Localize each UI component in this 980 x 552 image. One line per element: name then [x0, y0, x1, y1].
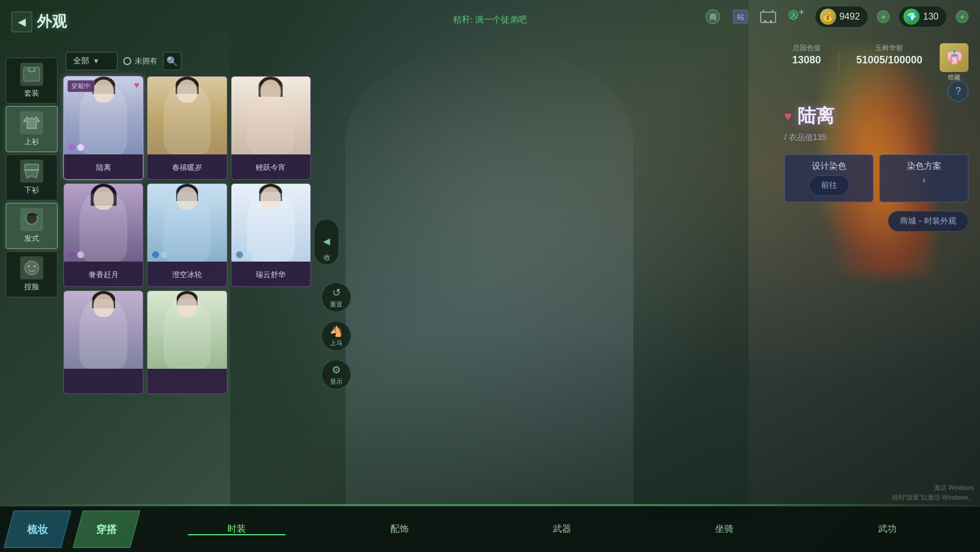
collection-button[interactable]: 👘 馆藏: [940, 43, 968, 82]
outfit-name-1: 春禧暖岁: [147, 154, 226, 180]
color-scheme-button[interactable]: 染色方案 ›: [879, 154, 968, 202]
outfit-img-2: [231, 77, 310, 154]
nav-weapons-label: 武器: [553, 523, 571, 535]
collection-label: 馆藏: [948, 73, 960, 82]
outfit-sub-value: 衣品值135: [789, 133, 826, 142]
filter-dropdown-label: 全部: [73, 56, 89, 66]
category-tab-bottom[interactable]: 下衫: [6, 154, 58, 201]
outfit-card-3[interactable]: 奢香赶月: [63, 183, 143, 287]
nav-accessories-label: 配饰: [390, 523, 409, 535]
shop-icon[interactable]: 商: [702, 6, 723, 27]
stats-area: 总国色值 13080 玉树华裾 51005/100000 👘 馆藏: [792, 43, 968, 82]
category-tab-suit[interactable]: 套装: [6, 58, 58, 104]
outfit-card-6[interactable]: [63, 290, 143, 394]
filter-dropdown[interactable]: 全部 ▼: [66, 52, 117, 70]
friend-add-icon[interactable]: 人+: [785, 6, 806, 27]
makeup-button[interactable]: 梳妆: [3, 509, 72, 550]
goto-button[interactable]: 前往: [809, 175, 849, 196]
portrait-figure-4: [164, 192, 211, 262]
back-arrow-icon: ◀: [12, 12, 32, 32]
shop-goto-button[interactable]: 商城－时装外观: [888, 211, 968, 232]
face-tab-label: 捏脸: [24, 282, 39, 292]
nav-item-fashion[interactable]: 时装: [155, 523, 318, 535]
mount-icon: 🐴: [330, 325, 343, 338]
svg-point-14: [28, 265, 30, 267]
outfit-name-5: 瑞云舒华: [231, 262, 310, 287]
filter-radio[interactable]: 未拥有: [123, 56, 157, 66]
color-dot-5b: [245, 251, 252, 258]
color-dot-3a: [69, 251, 75, 258]
points-icon[interactable]: 站: [730, 6, 751, 27]
outfit-card-5[interactable]: 瑞云舒华: [231, 183, 311, 287]
search-icon: 🔍: [166, 56, 178, 67]
help-button[interactable]: ?: [948, 81, 968, 101]
collapse-arrow-icon: ◀: [323, 236, 330, 247]
cart-icon[interactable]: [758, 6, 778, 27]
outfit-card-4[interactable]: 澄空冰轮: [147, 183, 227, 287]
outfit-card-0[interactable]: 穿戴中 ♥ 陆离: [63, 76, 143, 180]
controls-group: ↺ 重置 🐴 上马 ⚙ 显示: [321, 282, 351, 390]
mount-button[interactable]: 🐴 上马: [321, 321, 351, 351]
back-button[interactable]: ◀ 外观: [12, 12, 67, 32]
color-dots-0: [69, 144, 84, 151]
svg-rect-11: [25, 164, 39, 170]
color-dots-5: [236, 251, 252, 258]
svg-point-15: [33, 265, 36, 267]
radio-circle-icon: [123, 57, 131, 65]
svg-point-13: [25, 261, 39, 275]
suit-icon: [20, 63, 43, 86]
add-coins-button[interactable]: +: [877, 10, 890, 23]
outfit-name-4: 澄空冰轮: [147, 262, 226, 287]
bottom-left-actions: 梳妆 穿搭: [0, 509, 144, 550]
outfit-sub-info: / 衣品值135: [784, 133, 968, 143]
coin-icon: 💰: [820, 9, 836, 25]
outfit-img-1: [147, 77, 226, 154]
filter-radio-label: 未拥有: [135, 56, 157, 66]
outfit-card-2[interactable]: 鲤跃今宵: [231, 76, 311, 180]
page-title: 外观: [37, 12, 67, 32]
collapse-button[interactable]: ◀ 收: [314, 219, 339, 265]
category-tab-face[interactable]: 捏脸: [6, 251, 58, 297]
outfit-card-7[interactable]: [147, 290, 227, 394]
center-title: 秸秆: 滴一个徒弟吧: [453, 14, 527, 25]
nav-item-weapons[interactable]: 武器: [481, 523, 643, 535]
heart-icon: ♥: [784, 109, 792, 124]
color-dot-0a: [69, 144, 75, 151]
heart-badge-0: ♥: [134, 80, 140, 90]
nav-item-mount[interactable]: 坐骑: [643, 523, 806, 535]
nav-item-accessories[interactable]: 配饰: [318, 523, 480, 535]
category-tabs: 套装 上衫 下衫 发式 捏脸: [6, 58, 58, 297]
mount-text: 上马: [330, 339, 343, 347]
add-gems-button[interactable]: +: [956, 10, 968, 23]
portrait-figure-3: [79, 192, 127, 262]
reset-button[interactable]: ↺ 重置: [321, 282, 351, 312]
design-color-button[interactable]: 设计染色 前往: [784, 154, 873, 202]
category-tab-hair[interactable]: 发式: [6, 203, 58, 249]
nav-mount-label: 坐骑: [715, 523, 734, 535]
coins-display[interactable]: 💰 9492: [815, 6, 869, 28]
color-scheme-label: 染色方案: [907, 161, 941, 172]
gems-display[interactable]: 💎 130: [898, 6, 947, 28]
display-button[interactable]: ⚙ 显示: [321, 360, 351, 390]
search-button[interactable]: 🔍: [163, 52, 181, 70]
outfit-name-display: ♥ 陆离: [784, 104, 968, 129]
makeup-label: 梳妆: [9, 511, 66, 548]
gems-value: 130: [923, 12, 939, 22]
outfit-name-3: 奢香赶月: [64, 262, 143, 287]
nav-item-skills[interactable]: 武功: [806, 523, 968, 535]
outfit-img-4: [147, 184, 226, 262]
national-color-stat: 总国色值 13080: [792, 43, 821, 66]
wear-button[interactable]: 穿搭: [72, 509, 141, 550]
color-dot-0b: [77, 144, 84, 151]
category-tab-top[interactable]: 上衫: [6, 106, 58, 152]
outfit-name-7: [147, 369, 226, 394]
bottom-tab-label: 下衫: [24, 185, 39, 195]
outfit-card-1[interactable]: 春禧暖岁: [147, 76, 227, 180]
stat-value-2: 51005/100000: [856, 54, 922, 66]
reset-icon: ↺: [332, 286, 341, 299]
hair-icon: [20, 208, 43, 231]
svg-text:站: 站: [736, 13, 744, 21]
stat-label-2: 玉树华裾: [856, 43, 922, 53]
portrait-figure-0: [79, 85, 127, 155]
gem-icon: 💎: [903, 9, 920, 25]
